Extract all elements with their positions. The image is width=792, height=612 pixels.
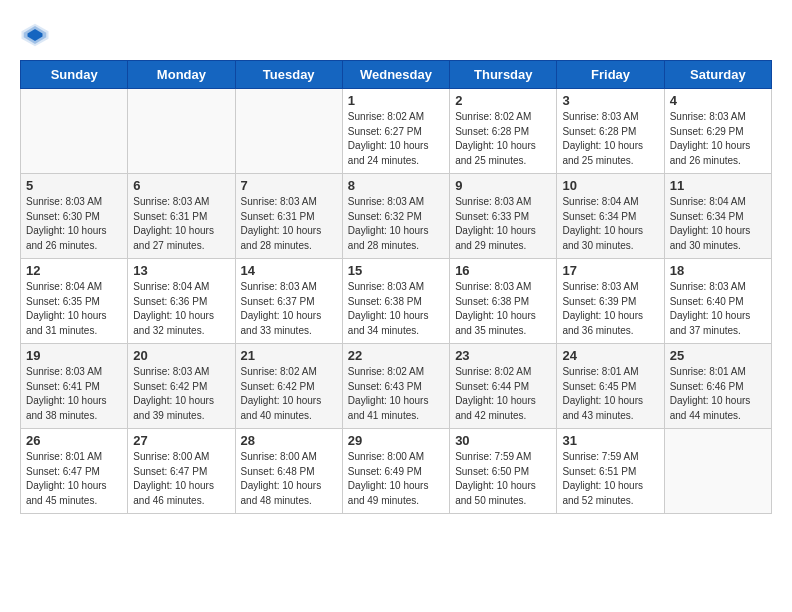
day-number: 7 xyxy=(241,178,337,193)
calendar-cell: 28Sunrise: 8:00 AM Sunset: 6:48 PM Dayli… xyxy=(235,429,342,514)
calendar-cell xyxy=(664,429,771,514)
calendar-cell xyxy=(235,89,342,174)
day-info: Sunrise: 8:03 AM Sunset: 6:39 PM Dayligh… xyxy=(562,280,658,338)
day-number: 20 xyxy=(133,348,229,363)
day-number: 22 xyxy=(348,348,444,363)
calendar-cell: 31Sunrise: 7:59 AM Sunset: 6:51 PM Dayli… xyxy=(557,429,664,514)
day-info: Sunrise: 8:04 AM Sunset: 6:36 PM Dayligh… xyxy=(133,280,229,338)
day-info: Sunrise: 8:00 AM Sunset: 6:49 PM Dayligh… xyxy=(348,450,444,508)
calendar-cell: 17Sunrise: 8:03 AM Sunset: 6:39 PM Dayli… xyxy=(557,259,664,344)
calendar-week-row: 1Sunrise: 8:02 AM Sunset: 6:27 PM Daylig… xyxy=(21,89,772,174)
calendar-cell: 8Sunrise: 8:03 AM Sunset: 6:32 PM Daylig… xyxy=(342,174,449,259)
calendar-cell: 7Sunrise: 8:03 AM Sunset: 6:31 PM Daylig… xyxy=(235,174,342,259)
day-number: 5 xyxy=(26,178,122,193)
day-number: 24 xyxy=(562,348,658,363)
day-number: 4 xyxy=(670,93,766,108)
day-info: Sunrise: 8:03 AM Sunset: 6:38 PM Dayligh… xyxy=(348,280,444,338)
day-number: 16 xyxy=(455,263,551,278)
day-info: Sunrise: 8:03 AM Sunset: 6:33 PM Dayligh… xyxy=(455,195,551,253)
weekday-header: Wednesday xyxy=(342,61,449,89)
calendar-cell: 4Sunrise: 8:03 AM Sunset: 6:29 PM Daylig… xyxy=(664,89,771,174)
day-info: Sunrise: 8:03 AM Sunset: 6:32 PM Dayligh… xyxy=(348,195,444,253)
calendar-week-row: 12Sunrise: 8:04 AM Sunset: 6:35 PM Dayli… xyxy=(21,259,772,344)
calendar-cell: 5Sunrise: 8:03 AM Sunset: 6:30 PM Daylig… xyxy=(21,174,128,259)
day-info: Sunrise: 8:02 AM Sunset: 6:43 PM Dayligh… xyxy=(348,365,444,423)
calendar-cell: 10Sunrise: 8:04 AM Sunset: 6:34 PM Dayli… xyxy=(557,174,664,259)
calendar-cell: 11Sunrise: 8:04 AM Sunset: 6:34 PM Dayli… xyxy=(664,174,771,259)
weekday-header: Tuesday xyxy=(235,61,342,89)
calendar-cell: 23Sunrise: 8:02 AM Sunset: 6:44 PM Dayli… xyxy=(450,344,557,429)
day-info: Sunrise: 8:04 AM Sunset: 6:34 PM Dayligh… xyxy=(670,195,766,253)
weekday-header: Monday xyxy=(128,61,235,89)
day-number: 23 xyxy=(455,348,551,363)
calendar-cell: 1Sunrise: 8:02 AM Sunset: 6:27 PM Daylig… xyxy=(342,89,449,174)
day-number: 6 xyxy=(133,178,229,193)
day-info: Sunrise: 8:01 AM Sunset: 6:47 PM Dayligh… xyxy=(26,450,122,508)
day-number: 9 xyxy=(455,178,551,193)
calendar-cell: 19Sunrise: 8:03 AM Sunset: 6:41 PM Dayli… xyxy=(21,344,128,429)
day-number: 1 xyxy=(348,93,444,108)
calendar-header: SundayMondayTuesdayWednesdayThursdayFrid… xyxy=(21,61,772,89)
day-info: Sunrise: 8:04 AM Sunset: 6:35 PM Dayligh… xyxy=(26,280,122,338)
day-number: 3 xyxy=(562,93,658,108)
day-info: Sunrise: 8:03 AM Sunset: 6:41 PM Dayligh… xyxy=(26,365,122,423)
calendar-cell: 27Sunrise: 8:00 AM Sunset: 6:47 PM Dayli… xyxy=(128,429,235,514)
calendar-cell: 29Sunrise: 8:00 AM Sunset: 6:49 PM Dayli… xyxy=(342,429,449,514)
calendar-cell xyxy=(21,89,128,174)
day-info: Sunrise: 8:00 AM Sunset: 6:47 PM Dayligh… xyxy=(133,450,229,508)
day-number: 31 xyxy=(562,433,658,448)
day-info: Sunrise: 8:02 AM Sunset: 6:42 PM Dayligh… xyxy=(241,365,337,423)
calendar-cell: 26Sunrise: 8:01 AM Sunset: 6:47 PM Dayli… xyxy=(21,429,128,514)
weekday-header: Saturday xyxy=(664,61,771,89)
day-info: Sunrise: 8:02 AM Sunset: 6:28 PM Dayligh… xyxy=(455,110,551,168)
calendar-cell: 18Sunrise: 8:03 AM Sunset: 6:40 PM Dayli… xyxy=(664,259,771,344)
calendar-cell: 22Sunrise: 8:02 AM Sunset: 6:43 PM Dayli… xyxy=(342,344,449,429)
day-number: 26 xyxy=(26,433,122,448)
day-number: 18 xyxy=(670,263,766,278)
calendar-cell xyxy=(128,89,235,174)
calendar-table: SundayMondayTuesdayWednesdayThursdayFrid… xyxy=(20,60,772,514)
calendar-body: 1Sunrise: 8:02 AM Sunset: 6:27 PM Daylig… xyxy=(21,89,772,514)
day-info: Sunrise: 8:04 AM Sunset: 6:34 PM Dayligh… xyxy=(562,195,658,253)
day-info: Sunrise: 7:59 AM Sunset: 6:50 PM Dayligh… xyxy=(455,450,551,508)
day-number: 21 xyxy=(241,348,337,363)
day-info: Sunrise: 8:03 AM Sunset: 6:42 PM Dayligh… xyxy=(133,365,229,423)
weekday-header: Thursday xyxy=(450,61,557,89)
page-header xyxy=(20,20,772,50)
day-number: 13 xyxy=(133,263,229,278)
calendar-week-row: 26Sunrise: 8:01 AM Sunset: 6:47 PM Dayli… xyxy=(21,429,772,514)
calendar-cell: 12Sunrise: 8:04 AM Sunset: 6:35 PM Dayli… xyxy=(21,259,128,344)
calendar-cell: 15Sunrise: 8:03 AM Sunset: 6:38 PM Dayli… xyxy=(342,259,449,344)
day-number: 30 xyxy=(455,433,551,448)
logo-icon xyxy=(20,20,50,50)
calendar-cell: 13Sunrise: 8:04 AM Sunset: 6:36 PM Dayli… xyxy=(128,259,235,344)
day-info: Sunrise: 8:02 AM Sunset: 6:44 PM Dayligh… xyxy=(455,365,551,423)
day-number: 28 xyxy=(241,433,337,448)
day-info: Sunrise: 8:01 AM Sunset: 6:45 PM Dayligh… xyxy=(562,365,658,423)
day-number: 12 xyxy=(26,263,122,278)
day-number: 2 xyxy=(455,93,551,108)
day-info: Sunrise: 8:03 AM Sunset: 6:37 PM Dayligh… xyxy=(241,280,337,338)
calendar-cell: 24Sunrise: 8:01 AM Sunset: 6:45 PM Dayli… xyxy=(557,344,664,429)
day-number: 11 xyxy=(670,178,766,193)
calendar-week-row: 19Sunrise: 8:03 AM Sunset: 6:41 PM Dayli… xyxy=(21,344,772,429)
calendar-cell: 20Sunrise: 8:03 AM Sunset: 6:42 PM Dayli… xyxy=(128,344,235,429)
day-info: Sunrise: 8:00 AM Sunset: 6:48 PM Dayligh… xyxy=(241,450,337,508)
calendar-cell: 2Sunrise: 8:02 AM Sunset: 6:28 PM Daylig… xyxy=(450,89,557,174)
day-info: Sunrise: 8:03 AM Sunset: 6:29 PM Dayligh… xyxy=(670,110,766,168)
weekday-header: Friday xyxy=(557,61,664,89)
day-number: 27 xyxy=(133,433,229,448)
day-info: Sunrise: 8:03 AM Sunset: 6:31 PM Dayligh… xyxy=(241,195,337,253)
day-info: Sunrise: 8:03 AM Sunset: 6:31 PM Dayligh… xyxy=(133,195,229,253)
day-info: Sunrise: 8:03 AM Sunset: 6:38 PM Dayligh… xyxy=(455,280,551,338)
day-info: Sunrise: 8:02 AM Sunset: 6:27 PM Dayligh… xyxy=(348,110,444,168)
day-number: 17 xyxy=(562,263,658,278)
calendar-cell: 30Sunrise: 7:59 AM Sunset: 6:50 PM Dayli… xyxy=(450,429,557,514)
day-number: 14 xyxy=(241,263,337,278)
day-info: Sunrise: 7:59 AM Sunset: 6:51 PM Dayligh… xyxy=(562,450,658,508)
day-info: Sunrise: 8:03 AM Sunset: 6:30 PM Dayligh… xyxy=(26,195,122,253)
calendar-cell: 3Sunrise: 8:03 AM Sunset: 6:28 PM Daylig… xyxy=(557,89,664,174)
weekday-row: SundayMondayTuesdayWednesdayThursdayFrid… xyxy=(21,61,772,89)
day-number: 25 xyxy=(670,348,766,363)
calendar-cell: 6Sunrise: 8:03 AM Sunset: 6:31 PM Daylig… xyxy=(128,174,235,259)
